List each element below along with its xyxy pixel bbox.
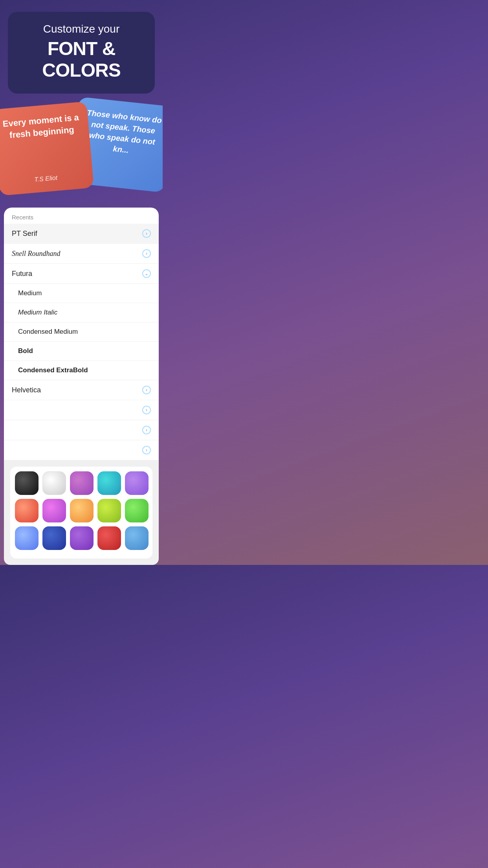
font-row-extra2[interactable]: ›: [4, 420, 159, 440]
red-card-quote: Every moment is a fresh beginning: [1, 112, 81, 142]
color-swatch-green[interactable]: [125, 499, 149, 522]
header-subtitle: Customize your: [20, 23, 143, 35]
color-swatch-purple-pink[interactable]: [70, 471, 94, 495]
chevron-right-snell: ›: [142, 249, 151, 258]
chevron-right-extra3: ›: [142, 446, 151, 454]
red-card: Every moment is a fresh beginning T.S El…: [0, 101, 94, 196]
color-swatch-orange[interactable]: [70, 499, 94, 522]
font-name-pt-serif: PT Serif: [12, 230, 37, 238]
header-banner: Customize your FONT & COLORS: [8, 12, 155, 94]
font-sub-name-condensed-extrabold: Condensed ExtraBold: [18, 366, 88, 374]
color-swatch-yellow-green[interactable]: [97, 499, 121, 522]
color-picker-container: [4, 460, 159, 565]
chevron-right-extra1: ›: [142, 406, 151, 414]
font-sub-name-condensed-medium: Condensed Medium: [18, 328, 78, 336]
font-name-snell: Snell Roundhand: [12, 250, 61, 258]
color-swatch-dark-blue[interactable]: [42, 526, 66, 550]
font-sub-name-medium: Medium: [18, 289, 42, 297]
color-swatch-blue-light[interactable]: [15, 526, 39, 550]
font-subrow-condensed-extrabold[interactable]: Condensed ExtraBold: [4, 361, 159, 380]
color-row-3: [15, 526, 148, 550]
app-container: Customize your FONT & COLORS Every momen…: [0, 12, 163, 565]
color-swatch-cyan[interactable]: [97, 471, 121, 495]
chevron-right-pt-serif: ›: [142, 229, 151, 238]
color-swatch-lavender[interactable]: [125, 471, 149, 495]
font-subrow-bold[interactable]: Bold: [4, 342, 159, 361]
font-name-futura: Futura: [12, 270, 32, 278]
chevron-right-helvetica: ›: [142, 386, 151, 394]
color-swatch-red[interactable]: [97, 526, 121, 550]
chevron-right-extra2: ›: [142, 426, 151, 434]
font-row-snell[interactable]: Snell Roundhand ›: [4, 244, 159, 264]
recents-label: Recents: [4, 208, 159, 224]
color-swatch-pink-purple[interactable]: [42, 499, 66, 522]
color-row-2: [15, 499, 148, 522]
font-subrow-medium[interactable]: Medium: [4, 284, 159, 303]
font-row-helvetica[interactable]: Helvetica ›: [4, 380, 159, 400]
font-row-futura[interactable]: Futura ⌄: [4, 264, 159, 284]
font-sub-name-medium-italic: Medium Italic: [18, 309, 57, 316]
color-row-1: [15, 471, 148, 495]
font-subrow-condensed-medium[interactable]: Condensed Medium: [4, 322, 159, 342]
font-name-helvetica: Helvetica: [12, 386, 41, 394]
chevron-down-futura: ⌄: [142, 269, 151, 278]
color-swatch-violet[interactable]: [70, 526, 94, 550]
font-subrow-medium-italic[interactable]: Medium Italic: [4, 303, 159, 322]
font-sub-name-bold: Bold: [18, 347, 33, 355]
red-card-author: T.S Eliot: [6, 172, 85, 186]
font-row-extra1[interactable]: ›: [4, 400, 159, 420]
color-swatch-sky-blue[interactable]: [125, 526, 149, 550]
cards-section: Every moment is a fresh beginning T.S El…: [0, 101, 163, 204]
font-picker-panel: Recents PT Serif › Snell Roundhand › Fut…: [4, 208, 159, 460]
color-swatch-red-orange[interactable]: [15, 499, 39, 522]
color-grid: [10, 467, 152, 559]
blue-card-quote: Those who know do not speak. Those who s…: [81, 107, 163, 159]
font-row-pt-serif[interactable]: PT Serif ›: [4, 224, 159, 244]
font-row-extra3[interactable]: ›: [4, 440, 159, 460]
header-title: FONT & COLORS: [20, 38, 143, 81]
color-swatch-white[interactable]: [42, 471, 66, 495]
color-swatch-black[interactable]: [15, 471, 39, 495]
